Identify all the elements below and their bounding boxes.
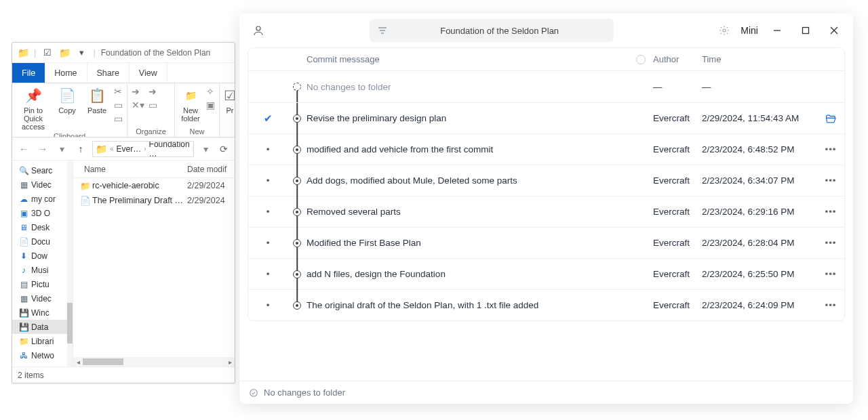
copy-icon: 📄: [59, 86, 76, 105]
copy-button[interactable]: 📄 Copy: [54, 86, 80, 114]
tree-item[interactable]: 💾Data: [12, 320, 73, 334]
open-folder-button[interactable]: [825, 114, 837, 123]
new-folder-button[interactable]: 📁 New folder: [179, 86, 202, 123]
row-more-button[interactable]: •••: [825, 238, 836, 248]
file-row[interactable]: 📄The Preliminary Draft of…2/29/2024: [73, 193, 235, 208]
commit-row[interactable]: • The original draft of the Seldon Plan,…: [248, 289, 844, 320]
commit-message: No changes to folder: [307, 82, 629, 92]
breadcrumb-seg[interactable]: Foundation …: [149, 141, 190, 157]
scrollbar-horizontal[interactable]: ◂ ▸: [73, 357, 235, 366]
tree-item-label: Musi: [31, 266, 48, 275]
row-select-dot[interactable]: •: [248, 175, 288, 186]
minimize-button[interactable]: [768, 21, 787, 40]
address-dropdown-icon[interactable]: ▾: [198, 142, 213, 156]
tree-item[interactable]: 🖥Desk: [12, 220, 73, 234]
tab-view[interactable]: View: [130, 63, 167, 83]
qat-dropdown-icon[interactable]: ▾: [75, 47, 87, 59]
properties-button[interactable]: ☑ Pr: [224, 86, 235, 114]
commit-node-icon: [293, 146, 301, 154]
row-more-button[interactable]: •••: [825, 269, 836, 279]
commit-message: Removed several parts: [307, 207, 629, 217]
cut-icon[interactable]: ✂: [114, 86, 123, 97]
move-to-icon[interactable]: ➜: [132, 86, 144, 97]
chevron-left-icon[interactable]: «: [110, 145, 114, 152]
tab-share[interactable]: Share: [87, 63, 130, 83]
easy-access-icon[interactable]: ▣: [206, 100, 215, 110]
commit-graph-node: [288, 228, 307, 259]
tree-item[interactable]: ⬇Dow: [12, 249, 73, 263]
paste-shortcut-icon[interactable]: ▭: [114, 113, 123, 124]
row-more-button[interactable]: •••: [825, 175, 836, 186]
commit-row[interactable]: • modified and add vehicle from the firs…: [248, 133, 844, 165]
tree-item[interactable]: ▦Videc: [12, 177, 73, 192]
status-item-count: 2 items: [18, 371, 44, 380]
new-item-icon[interactable]: ✧: [206, 86, 215, 97]
col-commit-message[interactable]: Commit messsage: [307, 54, 629, 64]
scrollbar-thumb[interactable]: [67, 303, 73, 343]
row-more-button[interactable]: •••: [825, 300, 836, 310]
scrollbar-vertical[interactable]: [67, 161, 73, 366]
col-author[interactable]: Author: [653, 54, 702, 64]
close-button[interactable]: [825, 21, 844, 40]
explorer-titlebar[interactable]: 📁 | ☑ 📁 ▾ | Foundation of the Seldon Pla…: [12, 43, 235, 63]
refresh-button[interactable]: ⟳: [217, 142, 231, 156]
mini-label[interactable]: Mini: [741, 25, 758, 36]
commit-row[interactable]: • Modified the First Base PlanEvercraft2…: [248, 227, 844, 258]
copy-to-icon[interactable]: ➜: [149, 86, 157, 97]
delete-icon[interactable]: ✕▾: [132, 100, 144, 110]
tree-item[interactable]: ▦Videc: [12, 291, 73, 306]
commit-row[interactable]: ✔ Revise the preliminary design planEver…: [248, 102, 844, 133]
tree-item[interactable]: ♪Musi: [12, 263, 73, 277]
project-picker[interactable]: Foundation of the Seldon Plan: [370, 19, 614, 42]
qat-button[interactable]: ☑: [41, 47, 54, 59]
rename-icon[interactable]: ▭: [149, 100, 157, 110]
row-select-dot[interactable]: •: [248, 300, 288, 310]
scroll-right-icon[interactable]: ▸: [225, 358, 235, 366]
commit-time: 2/23/2024, 6:25:50 PM: [702, 269, 817, 279]
col-date[interactable]: Date modif: [187, 165, 235, 174]
row-select-dot[interactable]: •: [248, 238, 288, 248]
paste-button[interactable]: 📋 Paste: [84, 86, 110, 114]
breadcrumb-seg[interactable]: Ever…: [117, 144, 142, 154]
tree-item[interactable]: ▤Pictu: [12, 277, 73, 291]
nav-back-button[interactable]: ←: [16, 142, 31, 156]
col-name[interactable]: Name: [73, 165, 187, 174]
commit-row[interactable]: No changes to folder——: [248, 71, 844, 102]
settings-button[interactable]: [715, 21, 734, 40]
col-time[interactable]: Time: [702, 54, 817, 64]
copy-path-icon[interactable]: ▭: [114, 100, 123, 110]
user-avatar-button[interactable]: [249, 21, 268, 40]
file-row[interactable]: 📁rc-vehicle-aerobic2/29/2024: [73, 178, 235, 193]
new-folder-icon: 📁: [185, 86, 197, 105]
nav-recent-icon[interactable]: ▾: [54, 142, 69, 156]
tree-item[interactable]: 💾Winc: [12, 306, 73, 320]
pin-to-quick-access-button[interactable]: 📌 Pin to Quick access: [16, 86, 50, 131]
row-more-button[interactable]: •••: [825, 144, 836, 154]
commit-row[interactable]: • Removed several partsEvercraft2/23/202…: [248, 196, 844, 227]
maximize-button[interactable]: [796, 21, 815, 40]
commit-node-icon: [293, 301, 301, 310]
file-list-header[interactable]: Name Date modif: [73, 161, 235, 178]
nav-up-button[interactable]: ↑: [73, 142, 88, 156]
row-select-dot[interactable]: •: [248, 207, 288, 217]
nav-tree[interactable]: 🔍Searc▦Videc☁my cor▣3D O🖥Desk📄Docu⬇Dow♪M…: [12, 161, 73, 366]
tree-item[interactable]: ☁my cor: [12, 192, 73, 206]
tree-item[interactable]: 🔍Searc: [12, 163, 73, 177]
tab-home[interactable]: Home: [45, 63, 87, 83]
col-select-all[interactable]: [629, 55, 653, 64]
tree-item[interactable]: 📁Librari: [12, 334, 73, 348]
breadcrumb[interactable]: 📁 « Ever… › Foundation … ›: [92, 141, 194, 157]
tree-item[interactable]: ▣3D O: [12, 206, 73, 220]
nav-forward-button[interactable]: →: [35, 142, 50, 156]
row-select-dot[interactable]: •: [248, 144, 288, 154]
scrollbar-thumb[interactable]: [83, 358, 123, 365]
row-more-button[interactable]: •••: [825, 207, 836, 217]
scroll-left-icon[interactable]: ◂: [73, 358, 83, 366]
commit-row[interactable]: • add N files, design the FoundationEver…: [248, 258, 844, 289]
tree-item[interactable]: 🖧Netwo: [12, 348, 73, 362]
row-selected-check-icon[interactable]: ✔: [248, 112, 288, 125]
commit-row[interactable]: • Add dogs, modified about Mule, Deleted…: [248, 165, 844, 196]
tab-file[interactable]: File: [12, 63, 45, 83]
row-select-dot[interactable]: •: [248, 269, 288, 279]
tree-item[interactable]: 📄Docu: [12, 234, 73, 249]
